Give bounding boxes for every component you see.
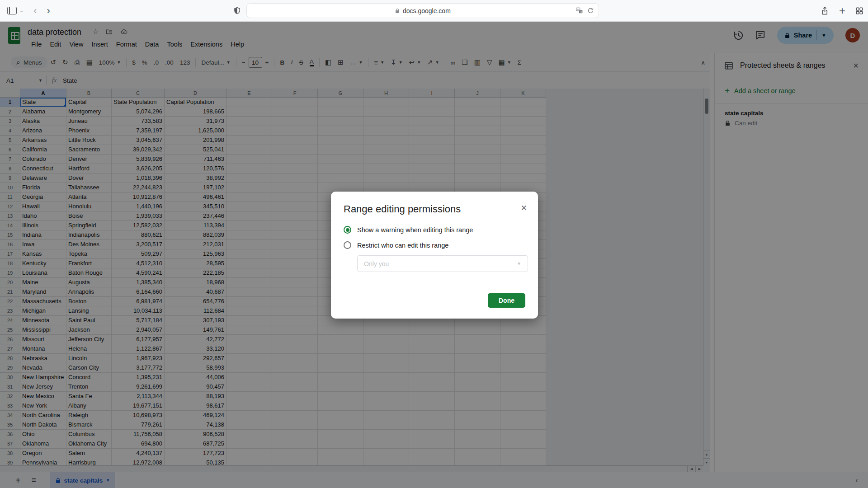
lock-icon — [395, 8, 400, 14]
svg-text:文: 文 — [580, 10, 583, 13]
editors-select[interactable]: Only you ▼ — [357, 255, 528, 272]
close-dialog-button[interactable]: ✕ — [521, 203, 527, 213]
range-editing-permissions-dialog: Range editing permissions ✕ Show a warni… — [331, 192, 538, 319]
chevron-down-icon[interactable]: ⌄ — [19, 8, 24, 14]
url-text: docs.google.com — [403, 7, 451, 14]
new-tab-button[interactable]: + — [839, 5, 845, 17]
sidebar-icon — [7, 7, 17, 14]
radio-unselected-icon[interactable] — [344, 241, 351, 249]
forward-button[interactable]: › — [47, 6, 50, 16]
privacy-shield-icon[interactable] — [233, 6, 241, 15]
editors-select-value: Only you — [364, 260, 389, 267]
share-page-button[interactable] — [821, 6, 829, 15]
permission-option-2[interactable]: Restrict who can edit this range — [344, 241, 525, 249]
back-button[interactable]: ‹ — [33, 6, 37, 16]
browser-toolbar: ⌄ ‹ › docs.google.com A文 + — [0, 0, 868, 22]
svg-text:A: A — [577, 8, 579, 11]
done-button[interactable]: Done — [488, 293, 525, 308]
address-bar[interactable]: docs.google.com A文 — [246, 3, 599, 18]
option-label: Restrict who can edit this range — [357, 242, 448, 249]
reload-button[interactable] — [587, 7, 594, 14]
translate-icon[interactable]: A文 — [576, 7, 583, 14]
chevron-down-icon: ▼ — [517, 261, 521, 266]
screen: ⌄ ‹ › docs.google.com A文 + data protecti… — [0, 0, 868, 488]
sidebar-toggle-button[interactable] — [7, 7, 17, 14]
radio-selected-icon[interactable] — [344, 226, 351, 234]
permission-options: Show a warning when editing this rangeRe… — [344, 226, 525, 249]
dialog-title: Range editing permissions — [344, 203, 525, 215]
permission-option-1[interactable]: Show a warning when editing this range — [344, 226, 525, 234]
option-label: Show a warning when editing this range — [357, 226, 473, 234]
tab-overview-button[interactable] — [855, 7, 863, 15]
